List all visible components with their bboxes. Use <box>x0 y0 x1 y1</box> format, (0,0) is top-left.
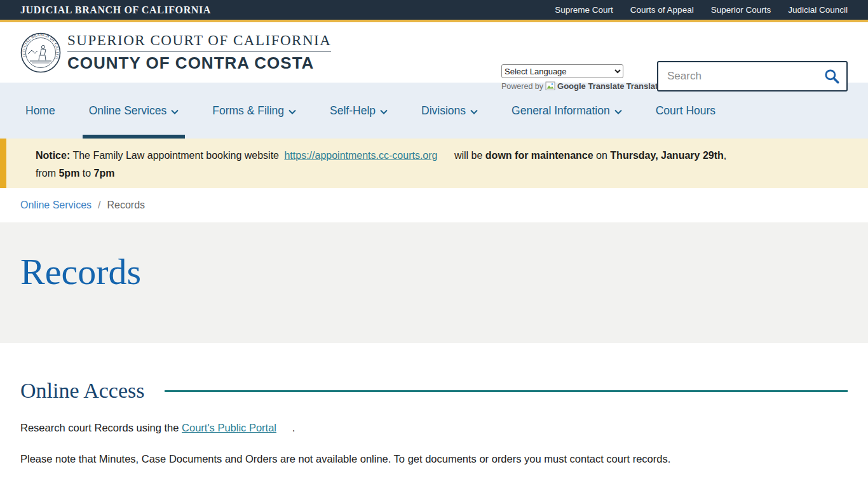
site-name: SUPERIOR COURT OF CALIFORNIA COUNTY OF C… <box>67 32 331 73</box>
online-access-heading-row: Online Access <box>20 379 848 403</box>
top-link-courts-of-appeal[interactable]: Courts of Appeal <box>630 5 694 15</box>
chevron-down-icon <box>171 109 179 114</box>
chevron-down-icon <box>380 109 388 114</box>
portal-paragraph: Research court Records using the Court's… <box>20 422 848 434</box>
nav-item-general-information[interactable]: General Information <box>505 83 628 139</box>
nav-label: Online Services <box>89 104 167 118</box>
online-access-heading: Online Access <box>20 379 144 403</box>
page-title-band: Records <box>0 222 868 343</box>
search-icon <box>824 68 840 85</box>
nav-item-divisions[interactable]: Divisions <box>415 83 484 139</box>
nav-item-home[interactable]: Home <box>19 83 62 139</box>
nav-label: Divisions <box>421 104 466 118</box>
chevron-down-icon <box>288 109 296 114</box>
nav-label: Home <box>25 104 55 118</box>
top-link-supreme-court[interactable]: Supreme Court <box>555 5 613 15</box>
records-note-paragraph: Please note that Minutes, Case Documents… <box>20 453 848 465</box>
breadcrumb-separator: / <box>98 200 100 211</box>
section-divider-rule <box>165 390 848 392</box>
notice-label: Notice: <box>36 150 70 161</box>
maintenance-notice-banner: Notice: The Family Law appointment booki… <box>0 139 868 188</box>
notice-line-1: Notice: The Family Law appointment booki… <box>36 147 849 165</box>
court-seal-logo: JUDICIAL BRANCH OF CALIFORNIA <box>20 32 61 73</box>
nav-item-online-services[interactable]: Online Services <box>83 83 186 139</box>
chevron-down-icon <box>470 109 478 114</box>
main-content: Online Access Research court Records usi… <box>0 343 868 465</box>
top-bar-links: Supreme Court Courts of Appeal Superior … <box>555 5 848 15</box>
page-title: Records <box>20 250 848 293</box>
site-name-line1: SUPERIOR COURT OF CALIFORNIA <box>67 32 331 51</box>
breadcrumb-online-services[interactable]: Online Services <box>20 200 92 211</box>
nav-label: Forms & Filing <box>212 104 284 118</box>
chevron-down-icon <box>614 109 622 114</box>
site-header: JUDICIAL BRANCH OF CALIFORNIA SUPERIOR C… <box>0 22 868 83</box>
nav-item-self-help[interactable]: Self-Help <box>323 83 394 139</box>
nav-label: General Information <box>512 104 610 118</box>
nav-label: Court Hours <box>656 104 715 118</box>
search-button[interactable] <box>817 62 846 90</box>
public-portal-link[interactable]: Court's Public Portal <box>182 422 276 433</box>
site-name-line2: COUNTY OF CONTRA COSTA <box>67 53 331 73</box>
nav-item-court-hours[interactable]: Court Hours <box>649 83 722 139</box>
judicial-branch-title: JUDICIAL BRANCH OF CALIFORNIA <box>20 4 211 16</box>
language-select[interactable]: Select Language <box>501 64 623 78</box>
government-top-bar: JUDICIAL BRANCH OF CALIFORNIA Supreme Co… <box>0 0 868 22</box>
nav-item-forms-filing[interactable]: Forms & Filing <box>206 83 302 139</box>
notice-line-2: from 5pm to 7pm <box>36 165 849 182</box>
top-link-judicial-council[interactable]: Judicial Council <box>788 5 848 15</box>
top-link-superior-courts[interactable]: Superior Courts <box>711 5 771 15</box>
breadcrumb-current: Records <box>107 200 146 211</box>
nav-label: Self-Help <box>330 104 376 118</box>
appointments-link[interactable]: https://appointments.cc-courts.org <box>284 150 437 161</box>
breadcrumb: Online Services / Records <box>0 188 868 222</box>
